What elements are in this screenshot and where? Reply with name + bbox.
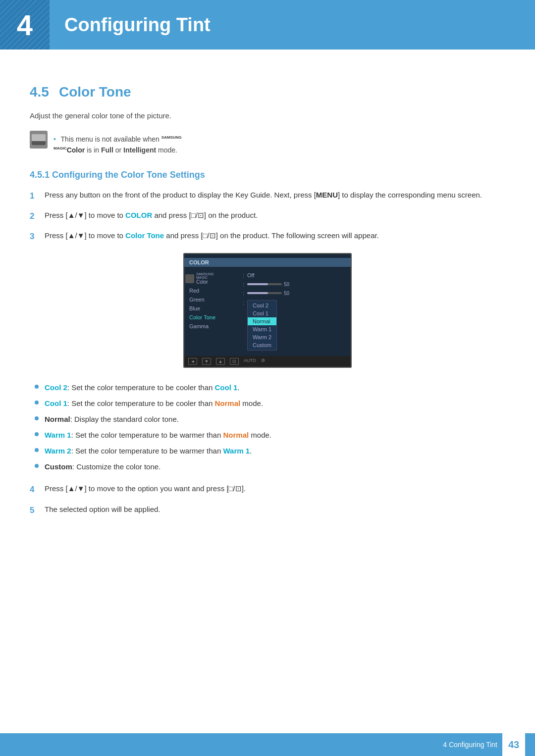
note-box: • This menu is not available when SAMSUN… bbox=[30, 131, 505, 156]
red-bar-container: 50 bbox=[247, 282, 289, 287]
bullet-list: Cool 2: Set the color temperature to be … bbox=[35, 382, 505, 473]
note-full-label: Full bbox=[101, 146, 113, 154]
monitor-color-label: COLOR bbox=[189, 259, 209, 265]
dropdown-list: Cool 2 Cool 1 Normal Warm 1 Warm 2 Custo… bbox=[247, 300, 277, 351]
bullet-custom-text: Custom: Customize the color tone. bbox=[45, 461, 160, 473]
subsection-heading: 4.5.1 Configuring the Color Tone Setting… bbox=[30, 170, 505, 180]
step-4-num: 4 bbox=[30, 483, 45, 496]
bullet-dot-cool2 bbox=[35, 385, 39, 389]
icon-enter: ⊡ bbox=[230, 358, 239, 365]
dd-warm1: Warm 1 bbox=[248, 325, 276, 333]
footer: 4 Configuring Tint 43 bbox=[0, 733, 535, 756]
bullet-dot-normal bbox=[35, 416, 39, 420]
bullet-dot-cool1 bbox=[35, 401, 39, 404]
bullet-normal: Normal: Display the standard color tone. bbox=[35, 413, 505, 425]
red-bar-fill bbox=[247, 283, 268, 285]
menu-item-color-tone: Color Tone bbox=[184, 313, 239, 322]
bullet-cool1-text: Cool 1: Set the color temperature to be … bbox=[45, 398, 263, 409]
red-bar-track bbox=[247, 283, 282, 285]
warm1-bold: Warm 1 bbox=[45, 431, 71, 439]
bullet-dot-note: • bbox=[54, 135, 56, 143]
bullet-dot-custom bbox=[35, 464, 39, 468]
monitor-screen: COLOR SAMSUNG MAGIC Color Red Green Blue bbox=[183, 253, 352, 368]
bullet-normal-text: Normal: Display the standard color tone. bbox=[45, 413, 179, 425]
normal-ref1: Normal bbox=[215, 399, 241, 407]
gear-label: ⚙ bbox=[261, 358, 265, 365]
bullet-warm2-text: Warm 2: Set the color temperature to be … bbox=[45, 445, 252, 457]
dd-normal: Normal bbox=[248, 317, 276, 325]
note-text: • This menu is not available when SAMSUN… bbox=[54, 131, 182, 156]
icon-up: ▲ bbox=[216, 358, 225, 365]
step-1-num: 1 bbox=[30, 189, 45, 202]
monitor-container: COLOR SAMSUNG MAGIC Color Red Green Blue bbox=[30, 253, 505, 368]
bullet-warm1-text: Warm 1: Set the color temperature to be … bbox=[45, 429, 271, 441]
steps-list-456: 4 Press [▲/▼] to move to the option you … bbox=[30, 483, 505, 516]
monitor-menu: SAMSUNG MAGIC Color Red Green Blue Color… bbox=[184, 269, 351, 354]
bullet-warm1: Warm 1: Set the color temperature to be … bbox=[35, 429, 505, 441]
dd-cool2: Cool 2 bbox=[248, 302, 276, 309]
cool1-bold: Cool 1 bbox=[45, 399, 67, 407]
menu-item-green: Green bbox=[184, 295, 239, 304]
bullet-cool2: Cool 2: Set the color temperature to be … bbox=[35, 382, 505, 394]
right-item-red-bar: : 50 bbox=[239, 280, 351, 289]
note-intelligent-label: Intelligent bbox=[123, 146, 156, 154]
note-icon bbox=[30, 131, 48, 149]
green-bar-value: 50 bbox=[284, 291, 289, 296]
bullet-cool1: Cool 1: Set the color temperature to be … bbox=[35, 398, 505, 409]
step-3: 3 Press [▲/▼] to move to Color Tone and … bbox=[30, 230, 505, 243]
menu-bold: MENU bbox=[316, 191, 338, 199]
monitor-right-col: : Off : 50 bbox=[239, 269, 351, 354]
section-title: Color Tone bbox=[59, 84, 131, 100]
right-item-green-bar: : 50 bbox=[239, 289, 351, 298]
icon-back: ◄ bbox=[188, 358, 197, 365]
step-3-num: 3 bbox=[30, 230, 45, 243]
bullet-warm2: Warm 2: Set the color temperature to be … bbox=[35, 445, 505, 457]
step-1-text: Press any button on the front of the pro… bbox=[45, 189, 505, 201]
cool2-bold: Cool 2 bbox=[45, 383, 67, 392]
right-item-off: : Off bbox=[239, 271, 351, 280]
main-content: 4.5 Color Tone Adjust the general color … bbox=[0, 50, 535, 566]
bottom-icons: ◄ ▼ ▲ ⊡ AUTO ⚙ bbox=[188, 358, 265, 365]
green-bar-fill bbox=[247, 292, 268, 294]
menu-item-samsung-magic: SAMSUNG MAGIC Color bbox=[196, 272, 214, 285]
warm1-ref: Warm 1 bbox=[223, 447, 250, 455]
footer-page-number: 43 bbox=[502, 733, 525, 756]
step-5-text: The selected option will be applied. bbox=[45, 504, 505, 515]
dd-cool1: Cool 1 bbox=[248, 309, 276, 317]
subsection-title: Configuring the Color Tone Settings bbox=[52, 170, 205, 180]
cool1-ref: Cool 1 bbox=[215, 383, 238, 392]
dd-custom: Custom bbox=[248, 341, 276, 349]
step-3-text: Press [▲/▼] to move to Color Tone and pr… bbox=[45, 230, 505, 242]
step-4: 4 Press [▲/▼] to move to the option you … bbox=[30, 483, 505, 496]
bullet-dot-warm1 bbox=[35, 432, 39, 436]
step-2-num: 2 bbox=[30, 209, 45, 223]
steps-list: 1 Press any button on the front of the p… bbox=[30, 189, 505, 244]
note-text-before: This menu is not available when bbox=[61, 135, 161, 143]
chapter-number-box: 4 bbox=[0, 0, 50, 50]
step-5: 5 The selected option will be applied. bbox=[30, 504, 505, 517]
dd-warm2: Warm 2 bbox=[248, 333, 276, 341]
chapter-title: Configuring Tint bbox=[64, 14, 211, 36]
section-description: Adjust the general color tone of the pic… bbox=[30, 110, 505, 122]
bullet-custom: Custom: Customize the color tone. bbox=[35, 461, 505, 473]
icon-down: ▼ bbox=[202, 358, 211, 365]
monitor-bottom-bar: ◄ ▼ ▲ ⊡ AUTO ⚙ bbox=[184, 356, 351, 367]
green-bar-container: 50 bbox=[247, 291, 289, 296]
normal-bold: Normal bbox=[45, 415, 70, 423]
menu-item-blue: Blue bbox=[184, 304, 239, 313]
step-2-text: Press [▲/▼] to move to COLOR and press [… bbox=[45, 209, 505, 221]
header-bar: 4 Configuring Tint bbox=[0, 0, 535, 50]
bullet-cool2-text: Cool 2: Set the color temperature to be … bbox=[45, 382, 240, 394]
note-image-inner bbox=[32, 134, 46, 145]
monitor-top-bar: COLOR bbox=[184, 258, 351, 267]
right-item-dropdown: : Cool 2 Cool 1 Normal Warm 1 Warm 2 Cus… bbox=[239, 298, 351, 352]
custom-bold: Custom bbox=[45, 462, 72, 471]
normal-ref2: Normal bbox=[223, 431, 249, 439]
off-label: Off bbox=[247, 272, 254, 278]
green-bar-track bbox=[247, 292, 282, 294]
step-2: 2 Press [▲/▼] to move to COLOR and press… bbox=[30, 209, 505, 223]
red-bar-value: 50 bbox=[284, 282, 289, 287]
note-text-end: mode. bbox=[158, 146, 177, 154]
menu-item-gamma: Gamma bbox=[184, 322, 239, 331]
step-5-num: 5 bbox=[30, 504, 45, 517]
